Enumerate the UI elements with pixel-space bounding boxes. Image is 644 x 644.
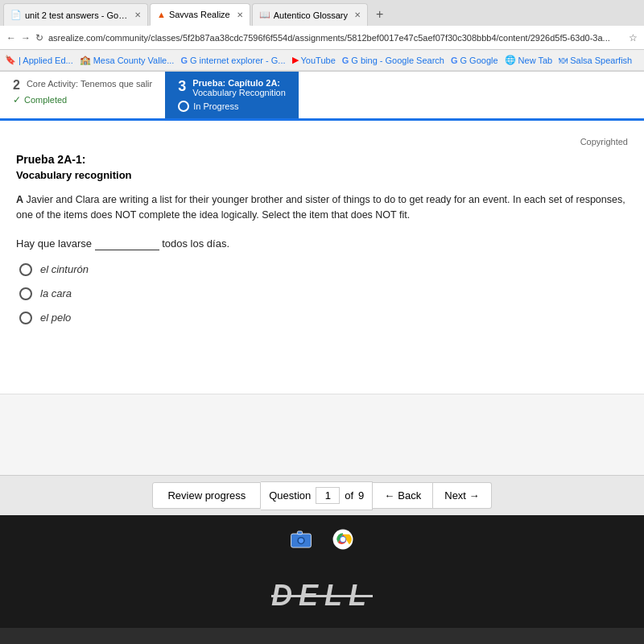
step-2-label: Core Activity: Tenemos que salir bbox=[27, 78, 152, 89]
bookmark-icon-1: 🔖 bbox=[5, 55, 16, 65]
tab-glossary-close[interactable]: ✕ bbox=[354, 10, 361, 19]
review-progress-button[interactable]: Review progress bbox=[152, 482, 261, 509]
step-3-label-1: Prueba: Capítulo 2A: bbox=[192, 78, 286, 88]
in-progress-icon bbox=[178, 101, 189, 112]
google-g-icon-3: G bbox=[451, 56, 458, 65]
answer-blank bbox=[95, 237, 159, 250]
content-area: Copyrighted Prueba 2A-1: Vocabulary reco… bbox=[0, 121, 644, 475]
google-g-icon-2: G bbox=[342, 56, 349, 65]
radio-option-3[interactable]: el pelo bbox=[19, 312, 628, 324]
bookmark-applied[interactable]: 🔖 | Applied Ed... bbox=[5, 55, 73, 65]
activity-nav: 2 Core Activity: Tenemos que salir ✓ Com… bbox=[0, 72, 644, 121]
forward-nav-icon[interactable]: → bbox=[21, 32, 31, 43]
option-1-text: el cinturón bbox=[40, 263, 89, 275]
bookmark-youtube[interactable]: ▶ YouTube bbox=[292, 55, 336, 65]
activity-step-2[interactable]: 2 Core Activity: Tenemos que salir ✓ Com… bbox=[0, 72, 165, 118]
bookmark-bing[interactable]: G G bing - Google Search bbox=[342, 56, 444, 65]
tab-bar: 📄 unit 2 test answers - Google Doc ✕ ▲ S… bbox=[0, 0, 644, 26]
savvas-icon: ▲ bbox=[157, 10, 166, 19]
chrome-taskbar-icon[interactable] bbox=[328, 525, 357, 554]
step-2-number: 2 bbox=[13, 78, 20, 93]
check-icon: ✓ bbox=[13, 94, 21, 105]
section-label: A bbox=[16, 194, 23, 205]
question-separator: of bbox=[345, 489, 353, 502]
next-button[interactable]: Next → bbox=[433, 482, 491, 509]
radio-option-2[interactable]: la cara bbox=[19, 287, 628, 300]
dell-area: DELL bbox=[0, 564, 644, 628]
glossary-icon: 📖 bbox=[259, 10, 270, 20]
step-3-status: In Progress bbox=[178, 101, 286, 112]
question-instruction: A Javier and Clara are writing a list fo… bbox=[16, 192, 628, 223]
bookmark-mesa[interactable]: 🏫 Mesa County Valle... bbox=[80, 55, 175, 65]
step-2-status: ✓ Completed bbox=[13, 94, 152, 105]
main-content: Copyrighted Prueba 2A-1: Vocabulary reco… bbox=[0, 121, 644, 394]
address-text[interactable]: asrealize.com/community/classes/5f2b87aa… bbox=[48, 33, 624, 43]
question-total: 9 bbox=[358, 489, 364, 502]
bookmark-salsa[interactable]: 🍽 Salsa Spearfish bbox=[559, 56, 632, 65]
question-number-input[interactable] bbox=[316, 487, 340, 504]
copyright-text: Copyrighted bbox=[16, 137, 628, 147]
spacer bbox=[0, 394, 644, 475]
camera-svg bbox=[290, 528, 312, 551]
tab-savvas[interactable]: ▲ Savvas Realize ✕ bbox=[150, 3, 250, 26]
question-text: Hay que lavarse todos los días. bbox=[16, 237, 628, 250]
bookmark-ie[interactable]: G G internet explorer - G... bbox=[180, 56, 285, 65]
dell-logo-text: D bbox=[271, 579, 299, 612]
bookmark-icon[interactable]: ☆ bbox=[629, 32, 638, 43]
reload-icon[interactable]: ↻ bbox=[35, 32, 43, 43]
google-g-icon-1: G bbox=[180, 56, 188, 65]
step-3-number: 3 bbox=[178, 78, 186, 95]
tab-doc[interactable]: 📄 unit 2 test answers - Google Doc ✕ bbox=[3, 3, 148, 26]
svg-rect-3 bbox=[297, 531, 302, 535]
next-label: Next → bbox=[444, 489, 479, 502]
tab-savvas-close[interactable]: ✕ bbox=[237, 10, 243, 19]
chrome-svg bbox=[332, 528, 354, 551]
option-3-text: el pelo bbox=[40, 312, 71, 324]
question-navigator: Question of 9 bbox=[261, 481, 373, 510]
dell-logo: DELL bbox=[271, 579, 373, 613]
bookmarks-bar: 🔖 | Applied Ed... 🏫 Mesa County Valle...… bbox=[0, 50, 644, 71]
doc-icon: 📄 bbox=[10, 10, 22, 20]
salsa-icon: 🍽 bbox=[559, 56, 568, 65]
taskbar bbox=[0, 515, 644, 564]
question-subtitle: Vocabulary recognition bbox=[16, 169, 628, 181]
back-button[interactable]: ← Back bbox=[373, 482, 433, 509]
tab-doc-close[interactable]: ✕ bbox=[134, 10, 141, 19]
tab-glossary-label: Autentico Glossary bbox=[274, 10, 348, 20]
browser-chrome: 📄 unit 2 test answers - Google Doc ✕ ▲ S… bbox=[0, 0, 644, 72]
activity-step-3[interactable]: 3 Prueba: Capítulo 2A: Vocabulary Recogn… bbox=[165, 72, 299, 118]
step-3-status-label: In Progress bbox=[193, 101, 238, 111]
tab-glossary[interactable]: 📖 Autentico Glossary ✕ bbox=[252, 3, 368, 26]
radio-circle-1[interactable] bbox=[19, 263, 32, 276]
youtube-icon: ▶ bbox=[292, 55, 299, 65]
back-arrow-icon: ← bbox=[384, 489, 394, 502]
newtab-icon: 🌐 bbox=[505, 55, 516, 65]
bookmark-google[interactable]: G G Google bbox=[451, 56, 498, 65]
radio-option-1[interactable]: el cinturón bbox=[19, 263, 628, 276]
bookmark-icon-2: 🏫 bbox=[80, 55, 91, 65]
svg-point-2 bbox=[299, 538, 303, 543]
step-3-label-2: Vocabulary Recognition bbox=[192, 88, 286, 97]
question-title: Prueba 2A-1: bbox=[16, 153, 628, 166]
back-nav-icon[interactable]: ← bbox=[6, 32, 16, 43]
radio-circle-2[interactable] bbox=[19, 287, 32, 300]
svg-point-6 bbox=[341, 537, 345, 542]
option-2-text: la cara bbox=[40, 287, 72, 299]
new-tab-button[interactable]: + bbox=[369, 4, 390, 25]
bottom-nav: Review progress Question of 9 ← Back Nex… bbox=[0, 475, 644, 515]
dell-e-letter: E bbox=[299, 579, 324, 612]
tab-doc-label: unit 2 test answers - Google Doc bbox=[25, 10, 128, 20]
radio-options: el cinturón la cara el pelo bbox=[16, 263, 628, 324]
address-bar: ← → ↻ asrealize.com/community/classes/5f… bbox=[0, 26, 644, 50]
bookmark-newtab[interactable]: 🌐 New Tab bbox=[505, 55, 553, 65]
camera-taskbar-icon[interactable] bbox=[287, 525, 316, 554]
radio-circle-3[interactable] bbox=[19, 312, 32, 324]
tab-savvas-label: Savvas Realize bbox=[169, 10, 230, 19]
question-nav-label: Question bbox=[269, 489, 311, 502]
